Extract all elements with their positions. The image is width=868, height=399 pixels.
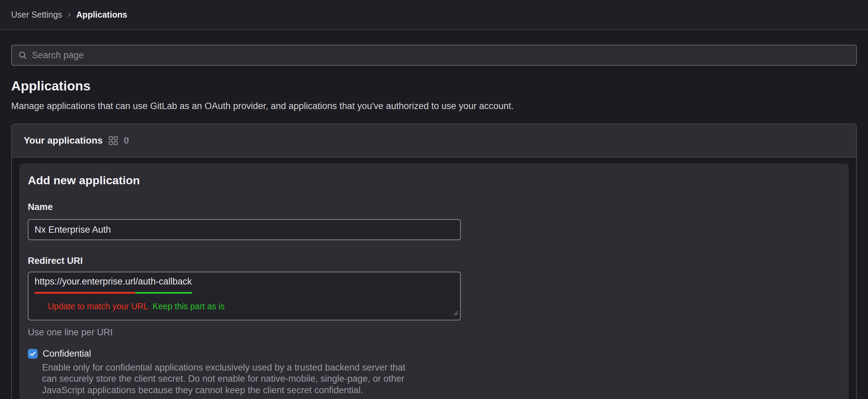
checkmark-icon	[29, 350, 36, 357]
search-icon	[18, 50, 27, 60]
confidential-description-line: can securely store the client secret. Do…	[42, 373, 840, 384]
confidential-description-line: Enable only for confidential application…	[42, 362, 840, 373]
main-content: Applications Manage applications that ca…	[0, 45, 868, 399]
your-applications-title: Your applications	[24, 135, 103, 146]
search-bar[interactable]	[11, 45, 857, 66]
search-input[interactable]	[32, 50, 850, 61]
page-title: Applications	[11, 79, 857, 93]
confidential-checkbox[interactable]	[28, 349, 38, 359]
page-description: Manage applications that can use GitLab …	[11, 101, 857, 111]
redirect-uri-label: Redirect URI	[28, 256, 840, 266]
your-applications-card: Your applications 0 Add new application …	[11, 124, 857, 399]
confidential-label[interactable]: Confidential	[43, 349, 91, 359]
add-new-application-panel: Add new application Name Redirect URI ht…	[19, 164, 849, 399]
annotation-keep-part: Keep this part as is	[153, 301, 225, 311]
redirect-uri-value: https://your.enterprise.url/auth-callbac…	[35, 276, 192, 294]
confidential-description: Enable only for confidential application…	[42, 362, 840, 396]
top-bar: User Settings › Applications	[0, 0, 868, 30]
annotation-update-url: Update to match your URL	[48, 301, 148, 311]
add-application-title: Add new application	[28, 174, 840, 187]
redirect-uri-help-text: Use one line per URI	[28, 327, 840, 338]
application-name-input[interactable]	[28, 219, 461, 240]
redirect-uri-path-part: /auth-callback	[135, 276, 192, 294]
applications-count-badge: 0	[124, 135, 129, 146]
redirect-uri-textarea[interactable]: https://your.enterprise.url/auth-callbac…	[28, 272, 461, 320]
your-applications-header: Your applications 0	[12, 124, 856, 158]
breadcrumb-applications: Applications	[76, 10, 127, 20]
redirect-uri-host-part: https://your.enterprise.url	[35, 276, 135, 294]
breadcrumb-user-settings[interactable]: User Settings	[11, 10, 62, 20]
applications-grid-icon	[108, 135, 118, 146]
chevron-right-icon: ›	[67, 9, 71, 19]
confidential-description-line: JavaScript applications because they can…	[42, 385, 840, 396]
your-applications-body: Add new application Name Redirect URI ht…	[12, 158, 856, 399]
breadcrumb: User Settings › Applications	[11, 9, 127, 20]
textarea-resize-handle-icon[interactable]	[452, 308, 458, 318]
name-label: Name	[28, 202, 840, 212]
